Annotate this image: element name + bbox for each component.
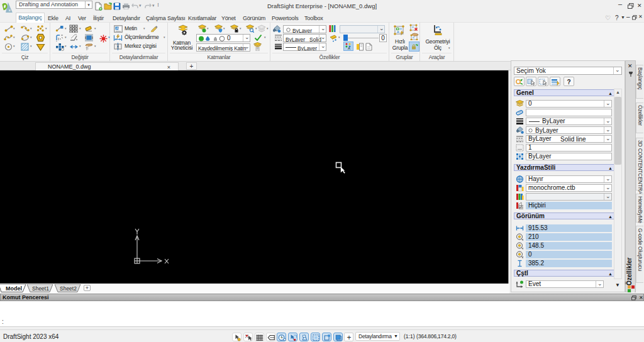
svg-text:A: A [348,47,350,50]
svg-text:s: s [8,8,11,13]
svg-text:Model: Model [6,285,22,292]
svg-text:Sheet1: Sheet1 [32,285,49,292]
svg-text:A: A [116,26,118,30]
svg-text:x: x [522,238,524,241]
svg-text:z: z [522,255,524,258]
svg-text:Sheet2: Sheet2 [60,285,77,292]
svg-text:y: y [522,246,524,250]
